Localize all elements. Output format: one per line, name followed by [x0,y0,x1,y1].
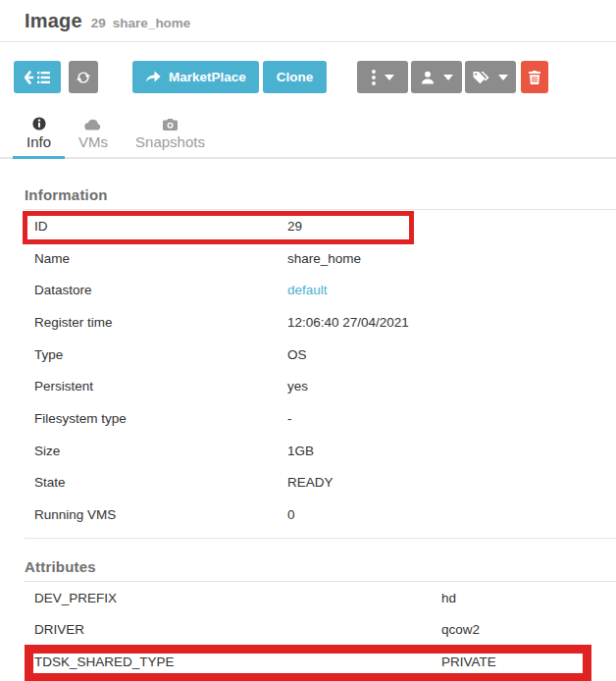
row-label: Size [25,444,287,458]
attributes-table: DEV_PREFIX hd DRIVER qcow2 TDSK_SHARED_T… [25,582,616,678]
datastore-link[interactable]: default [287,283,328,297]
chevron-down-icon [385,75,394,80]
row-value: READY [287,475,334,490]
row-value: PRIVATE [441,655,496,669]
info-circle-icon [32,117,46,131]
row-label: Datastore [25,283,287,297]
tab-snapshots-label: Snapshots [135,133,205,150]
labels-dropdown[interactable] [465,61,516,93]
information-section-title: Information [25,186,616,210]
row-label: State [25,475,287,490]
refresh-icon [76,70,91,85]
section-divider [25,538,616,539]
row-label: DRIVER [25,622,441,637]
row-value: qcow2 [441,622,480,637]
row-value: yes [287,379,308,393]
row-value: hd [441,591,456,605]
ownership-dropdown[interactable] [411,61,462,93]
more-actions-dropdown[interactable] [357,61,408,93]
row-label: Filesystem type [25,411,287,426]
row-value: - [287,411,292,426]
chevron-down-icon [443,75,453,80]
trash-icon [529,71,540,84]
row-label: Running VMS [25,507,287,522]
row-value: 1GB [287,444,314,458]
table-row-running-vms: Running VMS 0 [25,498,616,531]
row-value: 12:06:40 27/04/2021 [287,315,409,330]
arrow-left-list-icon [25,71,50,84]
information-table: ID 29 Name share_home Datastore default … [25,210,616,531]
tab-vms[interactable]: VMs [65,113,122,157]
tabbar: Info VMs Snapshots [0,113,616,159]
chevron-down-icon [498,75,508,80]
tab-info[interactable]: Info [13,113,65,157]
table-row-state: State READY [25,467,616,499]
table-row-datastore: Datastore default [25,274,616,306]
info-panel: Information ID 29 Name share_home Datast… [25,186,616,678]
toolbar: MarketPlace Clone [14,61,616,93]
tags-icon [473,71,489,84]
refresh-button[interactable] [69,61,98,93]
marketplace-button-label: MarketPlace [169,70,246,84]
resource-id: 29 [91,16,106,30]
row-value: share_home [287,251,361,266]
table-row-filesystem-type: Filesystem type - [25,402,616,435]
row-label: Type [25,347,287,362]
share-arrow-icon [145,71,161,84]
row-label: ID [25,219,287,234]
clone-button[interactable]: Clone [263,61,328,93]
back-to-list-button[interactable] [14,61,61,93]
row-label: TDSK_SHARED_TYPE [25,655,441,669]
camera-icon [163,117,178,131]
table-row-tdsk-shared-type: TDSK_SHARED_TYPE PRIVATE [25,646,616,678]
delete-button[interactable] [521,61,548,93]
row-label: DEV_PREFIX [25,591,441,605]
user-icon [421,71,435,84]
tab-snapshots[interactable]: Snapshots [122,113,219,157]
table-row-size: Size 1GB [25,435,616,467]
clone-button-label: Clone [277,70,314,84]
table-row-driver: DRIVER qcow2 [25,614,616,647]
table-row-type: Type OS [25,339,616,371]
table-row-dev-prefix: DEV_PREFIX hd [25,582,616,614]
attributes-section-title: Attributes [25,558,616,582]
row-value: 0 [287,507,295,522]
resource-name: share_home [113,16,191,30]
row-value: 29 [287,219,302,234]
tab-info-label: Info [26,133,51,150]
page-header: Image29share_home [0,0,616,42]
row-label: Name [25,251,287,266]
tab-vms-label: VMs [78,133,108,150]
table-row-register-time: Register time 12:06:40 27/04/2021 [25,306,616,339]
table-row-name: Name share_home [25,242,616,275]
row-label: Register time [25,315,287,330]
table-row-persistent: Persistent yes [25,370,616,402]
row-value: OS [287,347,307,362]
row-label: Persistent [25,379,287,393]
page-title: Image [25,10,82,31]
ellipsis-v-icon [372,70,376,85]
cloud-icon [84,117,102,131]
marketplace-button[interactable]: MarketPlace [132,61,259,93]
table-row-id: ID 29 [25,210,616,242]
